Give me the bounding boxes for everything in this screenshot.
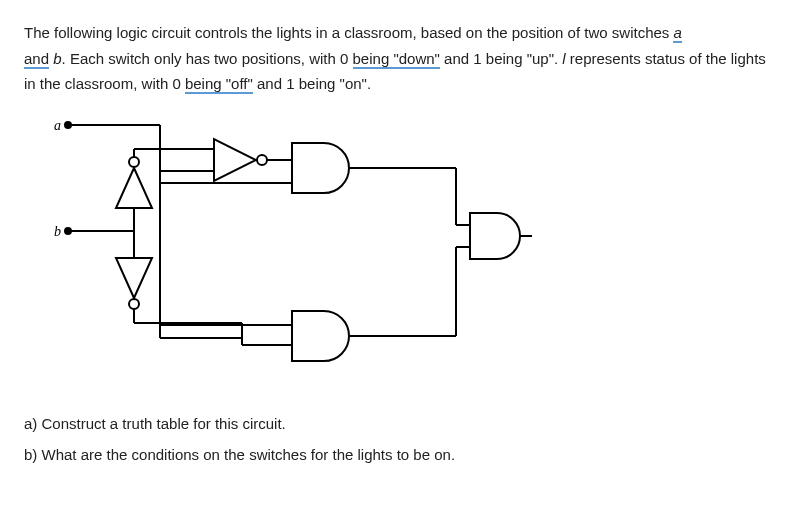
svg-point-26: [65, 228, 71, 234]
logic-circuit-diagram: a b: [52, 113, 532, 393]
text: . Each switch only has two positions, wi…: [62, 50, 353, 67]
question-b: b) What are the conditions on the switch…: [24, 442, 779, 468]
svg-text:a: a: [54, 118, 61, 133]
svg-point-22: [65, 122, 71, 128]
svg-text:b: b: [54, 224, 61, 239]
variable-b: b: [53, 50, 61, 67]
text-and: and: [24, 50, 49, 69]
text-underline: being "off": [185, 75, 253, 94]
text: The following logic circuit controls the…: [24, 24, 673, 41]
text: and 1 being "on".: [253, 75, 371, 92]
variable-a: a: [673, 24, 681, 43]
problem-statement: The following logic circuit controls the…: [24, 20, 779, 97]
text: and 1 being "up".: [440, 50, 562, 67]
text-underline: being "down": [353, 50, 440, 69]
question-a: a) Construct a truth table for this circ…: [24, 411, 779, 437]
questions: a) Construct a truth table for this circ…: [24, 411, 779, 468]
